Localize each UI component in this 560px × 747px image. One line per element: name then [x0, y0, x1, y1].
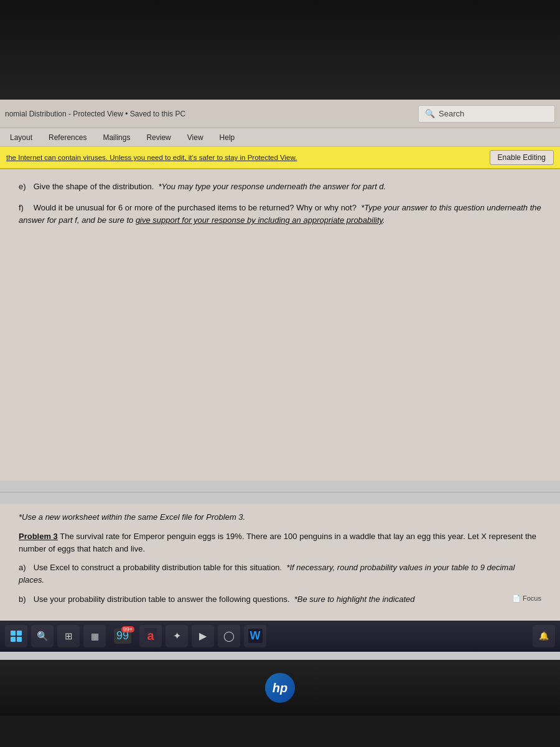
section-f-note-underline: give support for your response by includ… — [136, 215, 383, 225]
taskbar-search-icon: 🔍 — [37, 631, 49, 642]
problem3-text: Problem 3 The survival rate for Emperor … — [19, 530, 541, 555]
menu-mailings[interactable]: Mailings — [100, 132, 133, 143]
section-f-label: f) — [19, 202, 31, 214]
screen-area: nomial Distribution - Protected View • S… — [0, 100, 560, 660]
word-icon: W — [248, 629, 263, 643]
section-b-main: Use your probability distribution table … — [34, 594, 290, 604]
windows-icon — [11, 631, 22, 642]
section-a-text: a) Use Excel to construct a probability … — [19, 561, 541, 586]
taskbar-star-button[interactable]: ✦ — [166, 625, 188, 647]
focus-label[interactable]: 📄 Focus — [512, 593, 541, 604]
section-e-text: e) Give the shape of the distribution. *… — [19, 181, 541, 193]
hp-logo-area: hp — [0, 660, 560, 716]
a-app-icon: a — [144, 628, 157, 644]
menu-references[interactable]: References — [46, 132, 89, 143]
problem3-body: The survival rate for Emperor penguin eg… — [19, 532, 536, 553]
taskbar-word-button[interactable]: W — [244, 625, 266, 647]
star-icon: ✦ — [173, 630, 181, 642]
section-b-label: b) — [19, 593, 31, 606]
section-b-note: *Be sure to highlight the indicated — [294, 594, 415, 604]
section-e-label: e) — [19, 181, 31, 193]
taskbar-a-app[interactable]: a — [139, 625, 162, 647]
section-a-label: a) — [19, 561, 31, 574]
section-e: e) Give the shape of the distribution. *… — [19, 181, 541, 193]
circle-icon: ◯ — [223, 630, 235, 642]
document-content: e) Give the shape of the distribution. *… — [0, 169, 560, 481]
menu-review[interactable]: Review — [144, 132, 173, 143]
section-e-main: Give the shape of the distribution. — [34, 182, 154, 191]
search-box[interactable]: 🔍 Search — [418, 105, 555, 123]
section-f: f) Would it be unusual for 6 or more of … — [19, 202, 541, 227]
protected-view-message: the Internet can contain viruses. Unless… — [6, 154, 490, 161]
enable-editing-button[interactable]: Enable Editing — [490, 150, 554, 165]
worksheet-note: *Use a new worksheet within the same Exc… — [19, 512, 541, 522]
protected-view-bar: the Internet can contain viruses. Unless… — [0, 147, 560, 169]
title-bar: nomial Distribution - Protected View • S… — [0, 100, 560, 128]
taskbar-widgets-button[interactable]: ▦ — [83, 625, 106, 647]
menu-help[interactable]: Help — [217, 132, 238, 143]
laptop-bezel — [0, 0, 560, 100]
taskbar-notification-button[interactable]: 🔔 — [533, 625, 555, 647]
taskbar-app-badge[interactable]: 99 99+ — [110, 625, 136, 647]
taskbar-search-button[interactable]: 🔍 — [31, 625, 54, 647]
notification-icon: 🔔 — [539, 631, 549, 641]
app-badge-count: 99+ — [121, 626, 134, 632]
doc-divider — [0, 492, 560, 492]
section-e-note: *You may type your response underneath t… — [159, 182, 386, 191]
search-icon: 🔍 — [425, 109, 435, 118]
arrow-icon: ▶ — [199, 630, 207, 642]
taskbar: 🔍 ⊞ ▦ 99 99+ a ✦ ▶ ◯ — [0, 621, 560, 652]
taskview-icon: ⊞ — [65, 631, 73, 642]
document-title: nomial Distribution - Protected View • S… — [5, 110, 412, 118]
menu-layout[interactable]: Layout — [7, 132, 35, 143]
section-f-main: Would it be unusual for 6 or more of the… — [34, 203, 357, 212]
section-a-main: Use Excel to construct a probability dis… — [34, 563, 282, 572]
search-input-text: Search — [439, 109, 464, 118]
section-f-text: f) Would it be unusual for 6 or more of … — [19, 202, 541, 227]
section-b-text: b) Use your probability distribution tab… — [19, 593, 541, 606]
menu-view[interactable]: View — [185, 132, 206, 143]
menu-bar: Layout References Mailings Review View H… — [0, 128, 560, 147]
taskbar-circle-button[interactable]: ◯ — [218, 625, 240, 647]
doc-bottom: *Use a new worksheet within the same Exc… — [0, 504, 560, 621]
widgets-icon: ▦ — [91, 631, 99, 641]
taskbar-arrow-button[interactable]: ▶ — [192, 625, 214, 647]
start-button[interactable] — [5, 625, 27, 647]
taskbar-right-area: 🔔 — [533, 625, 555, 647]
taskbar-taskview-button[interactable]: ⊞ — [57, 625, 80, 647]
problem3-label: Problem 3 — [19, 532, 58, 541]
hp-logo: hp — [265, 673, 295, 703]
